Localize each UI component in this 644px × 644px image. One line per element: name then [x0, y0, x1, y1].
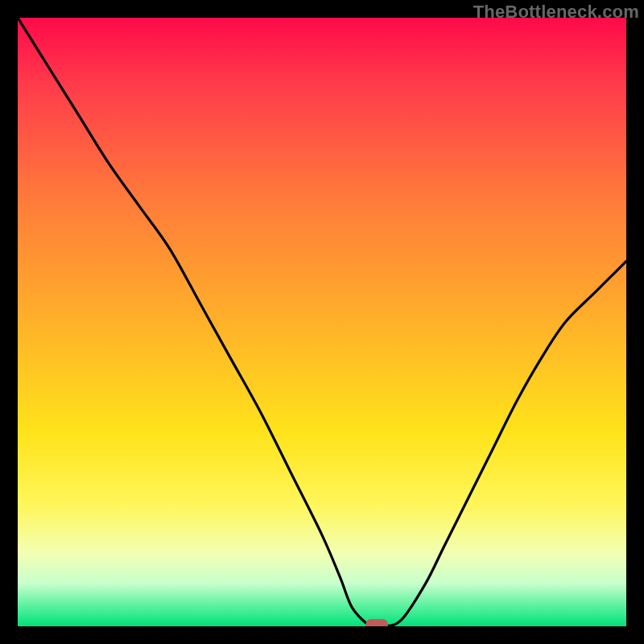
plot-area [18, 18, 626, 626]
optimal-marker [365, 619, 388, 626]
chart-frame: TheBottleneck.com [0, 0, 644, 644]
chart-svg [18, 18, 626, 626]
